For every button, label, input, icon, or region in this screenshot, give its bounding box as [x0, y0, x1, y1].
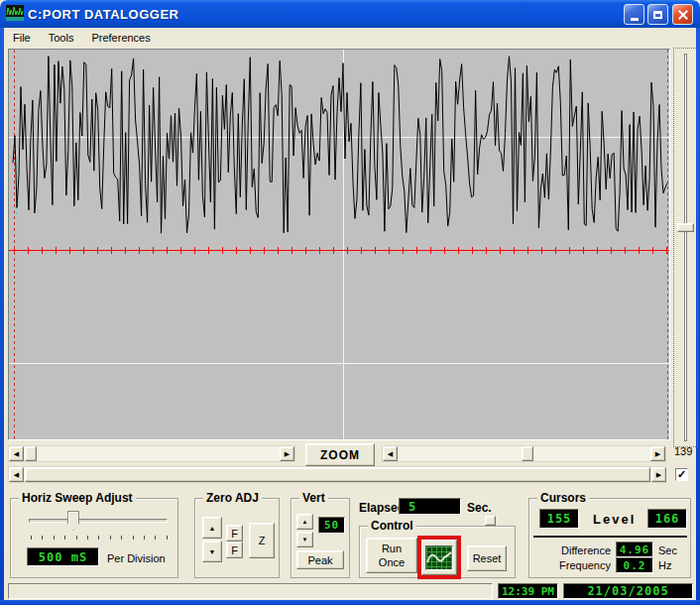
- scope-chart[interactable]: [8, 49, 670, 440]
- control-title: Control: [368, 519, 416, 533]
- app-window: C:PORT DATALOGGER File Tools Preferences…: [0, 0, 700, 605]
- arrow-left-icon: ◀: [14, 450, 19, 457]
- zero-adj-title: Zero ADJ: [203, 491, 262, 505]
- elapsed-display: 5: [399, 498, 461, 515]
- control-group: Control Run Once Reset: [359, 526, 516, 578]
- window-title: C:PORT DATALOGGER: [28, 7, 178, 22]
- arrow-right-icon: ▶: [656, 471, 661, 478]
- cursor1-scroll-thumb[interactable]: [25, 446, 37, 461]
- arrow-right-icon: ▶: [655, 450, 660, 457]
- vert-scale-display: 50: [318, 517, 345, 534]
- horizontal-scrollbar[interactable]: ◀ ▶: [8, 466, 666, 483]
- arrow-left-icon: ◀: [388, 450, 393, 457]
- window-border-bottom: [0, 600, 700, 605]
- fine-down-button[interactable]: F: [226, 542, 243, 558]
- hscroll-thumb[interactable]: [25, 467, 650, 482]
- autoscroll-checkbox[interactable]: ✓: [675, 468, 688, 481]
- cursor2-scroll-left-button[interactable]: ◀: [383, 446, 398, 461]
- hscroll-left-button[interactable]: ◀: [9, 467, 24, 482]
- cursor2-scroll-right-button[interactable]: ▶: [650, 446, 665, 461]
- cursors-title: Cursors: [537, 491, 589, 505]
- waveform-polyline: [13, 57, 667, 234]
- vert-down-button[interactable]: ▼: [296, 532, 313, 547]
- cursor1-scrollbar[interactable]: ◀ ▶: [8, 445, 295, 462]
- arrow-down-icon: ▼: [302, 537, 308, 543]
- horiz-sweep-title: Horiz Sweep Adjust: [19, 491, 136, 505]
- close-icon: [677, 9, 688, 20]
- arrow-right-icon: ▶: [285, 450, 290, 457]
- sweep-slider-ticks: [31, 536, 168, 540]
- zero-button[interactable]: Z: [249, 523, 275, 558]
- difference-display: 4.96: [616, 542, 653, 557]
- menu-bar: File Tools Preferences: [4, 28, 696, 47]
- menu-file[interactable]: File: [4, 30, 40, 46]
- difference-unit-label: Sec: [658, 544, 677, 556]
- arrow-left-icon: ◀: [14, 471, 19, 478]
- oscilloscope-icon: [425, 545, 453, 570]
- samples-count-label: 139: [674, 445, 700, 457]
- minimize-button[interactable]: [624, 4, 644, 25]
- vert-title: Vert: [299, 491, 328, 505]
- run-scope-button[interactable]: [421, 540, 457, 575]
- vertical-slider-thumb[interactable]: [677, 223, 694, 232]
- vertical-position-slider[interactable]: [673, 48, 698, 447]
- horiz-sweep-group: Horiz Sweep Adjust 500 mS Per Division: [10, 498, 178, 578]
- maximize-button[interactable]: [647, 4, 668, 25]
- fine-up-button[interactable]: F: [226, 525, 243, 542]
- clock-display: 12:39 PM: [498, 583, 558, 599]
- sweep-slider-track[interactable]: [29, 519, 168, 523]
- reset-button[interactable]: Reset: [467, 545, 507, 571]
- run-once-button[interactable]: Run Once: [366, 538, 417, 573]
- frequency-display: 0.2: [616, 557, 653, 573]
- cursors-group: Cursors 155 Level 166 Difference 4.96 Se…: [528, 498, 691, 578]
- difference-label: Difference: [549, 544, 611, 556]
- cursor2-scroll-thumb[interactable]: [522, 446, 533, 461]
- cursors-divider: [533, 536, 687, 538]
- waveform: [9, 50, 669, 439]
- zero-up-button[interactable]: ▲: [202, 517, 222, 539]
- close-button[interactable]: [672, 4, 693, 25]
- elapsed-unit-label: Sec.: [467, 501, 492, 515]
- frequency-label: Frequency: [549, 559, 611, 571]
- menu-preferences[interactable]: Preferences: [82, 30, 159, 46]
- sweep-rate-display: 500 mS: [27, 547, 99, 566]
- elapsed-corner-button[interactable]: [485, 516, 496, 526]
- cursor1-display: 155: [539, 509, 579, 529]
- arrow-up-icon: ▲: [302, 519, 308, 525]
- hscroll-right-button[interactable]: ▶: [651, 467, 666, 482]
- sweep-slider-thumb[interactable]: [67, 511, 79, 531]
- window-border-left: [0, 28, 4, 600]
- per-division-label: Per Division: [107, 552, 166, 564]
- arrow-up-icon: ▲: [209, 525, 216, 532]
- zero-adj-group: Zero ADJ ▲ ▼ F F Z: [194, 498, 280, 578]
- level-label: Level: [593, 512, 636, 527]
- maximize-icon: [653, 11, 662, 19]
- check-icon: ✓: [677, 469, 686, 480]
- zoom-button[interactable]: ZOOM: [305, 443, 375, 466]
- zero-down-button[interactable]: ▼: [202, 541, 222, 562]
- minimize-icon: [631, 18, 639, 21]
- peak-button[interactable]: Peak: [296, 550, 344, 569]
- app-icon: [6, 5, 24, 22]
- vert-group: Vert ▲ ▼ 50 Peak: [291, 498, 350, 578]
- cursor1-scroll-right-button[interactable]: ▶: [280, 446, 294, 461]
- vert-up-button[interactable]: ▲: [296, 514, 313, 530]
- cursor1-scroll-left-button[interactable]: ◀: [9, 446, 24, 461]
- titlebar[interactable]: C:PORT DATALOGGER: [0, 0, 700, 28]
- run-button-highlight: [417, 536, 461, 579]
- arrow-down-icon: ▼: [209, 548, 216, 555]
- frequency-unit-label: Hz: [658, 559, 671, 571]
- vertical-slider-track[interactable]: [684, 54, 687, 441]
- cursor2-scrollbar[interactable]: ◀ ▶: [382, 445, 666, 462]
- menu-tools[interactable]: Tools: [40, 30, 83, 46]
- cursor2-display: 166: [647, 509, 687, 529]
- date-display: 21/03/2005: [563, 583, 693, 599]
- status-bar: [8, 583, 493, 599]
